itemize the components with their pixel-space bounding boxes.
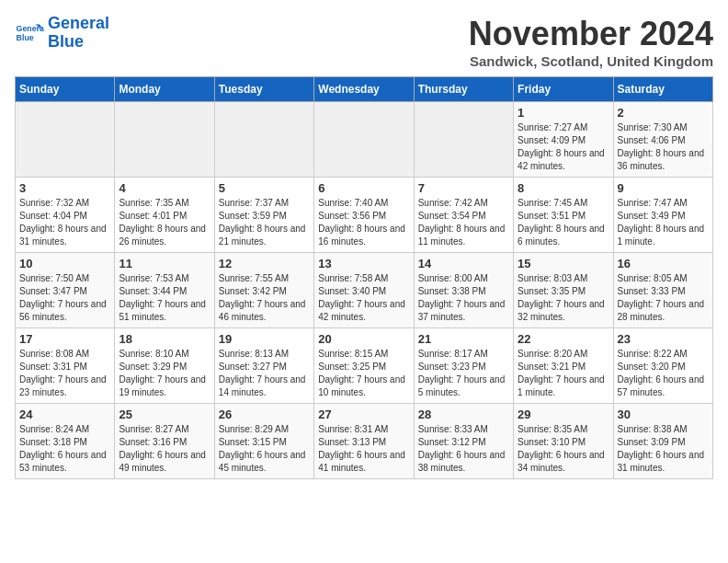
calendar-cell: 26Sunrise: 8:29 AM Sunset: 3:15 PM Dayli… — [214, 404, 313, 479]
day-info: Sunrise: 8:15 AM Sunset: 3:25 PM Dayligh… — [318, 348, 409, 399]
calendar-cell — [414, 102, 513, 178]
day-number: 21 — [418, 332, 509, 346]
day-info: Sunrise: 8:33 AM Sunset: 3:12 PM Dayligh… — [418, 423, 509, 475]
day-info: Sunrise: 7:55 AM Sunset: 3:42 PM Dayligh… — [219, 272, 310, 324]
calendar-cell: 18Sunrise: 8:10 AM Sunset: 3:29 PM Dayli… — [115, 328, 214, 404]
calendar-table: SundayMondayTuesdayWednesdayThursdayFrid… — [15, 76, 713, 479]
day-info: Sunrise: 8:20 AM Sunset: 3:21 PM Dayligh… — [518, 348, 609, 399]
calendar-cell: 16Sunrise: 8:05 AM Sunset: 3:33 PM Dayli… — [613, 253, 712, 328]
day-number: 6 — [318, 181, 409, 195]
col-header-sunday: Sunday — [16, 77, 115, 102]
day-number: 7 — [418, 181, 509, 195]
calendar-cell: 15Sunrise: 8:03 AM Sunset: 3:35 PM Dayli… — [514, 253, 613, 328]
day-info: Sunrise: 7:45 AM Sunset: 3:51 PM Dayligh… — [518, 197, 609, 248]
col-header-wednesday: Wednesday — [314, 77, 414, 102]
col-header-friday: Friday — [514, 77, 613, 102]
calendar-cell: 21Sunrise: 8:17 AM Sunset: 3:23 PM Dayli… — [414, 328, 513, 404]
calendar-cell: 24Sunrise: 8:24 AM Sunset: 3:18 PM Dayli… — [16, 404, 115, 479]
day-info: Sunrise: 7:42 AM Sunset: 3:54 PM Dayligh… — [418, 197, 509, 248]
calendar-cell: 28Sunrise: 8:33 AM Sunset: 3:12 PM Dayli… — [414, 404, 513, 479]
calendar-cell: 10Sunrise: 7:50 AM Sunset: 3:47 PM Dayli… — [16, 253, 115, 328]
day-info: Sunrise: 8:31 AM Sunset: 3:13 PM Dayligh… — [318, 423, 409, 475]
day-info: Sunrise: 7:47 AM Sunset: 3:49 PM Dayligh… — [618, 197, 709, 248]
day-info: Sunrise: 8:05 AM Sunset: 3:33 PM Dayligh… — [618, 272, 709, 324]
calendar-cell: 20Sunrise: 8:15 AM Sunset: 3:25 PM Dayli… — [314, 328, 414, 404]
svg-text:Blue: Blue — [17, 33, 34, 42]
day-number: 24 — [19, 408, 110, 421]
day-info: Sunrise: 8:08 AM Sunset: 3:31 PM Dayligh… — [19, 348, 110, 399]
calendar-cell — [214, 102, 313, 178]
calendar-cell: 25Sunrise: 8:27 AM Sunset: 3:16 PM Dayli… — [115, 404, 214, 479]
day-info: Sunrise: 8:13 AM Sunset: 3:27 PM Dayligh… — [219, 348, 310, 399]
day-number: 30 — [618, 408, 709, 421]
day-info: Sunrise: 7:32 AM Sunset: 4:04 PM Dayligh… — [19, 197, 110, 248]
page-header: General Blue General Blue November 2024 … — [15, 15, 713, 69]
col-header-saturday: Saturday — [613, 77, 712, 102]
day-info: Sunrise: 7:27 AM Sunset: 4:09 PM Dayligh… — [518, 121, 609, 173]
col-header-tuesday: Tuesday — [214, 77, 313, 102]
calendar-cell: 8Sunrise: 7:45 AM Sunset: 3:51 PM Daylig… — [514, 178, 613, 253]
calendar-cell: 4Sunrise: 7:35 AM Sunset: 4:01 PM Daylig… — [115, 178, 214, 253]
day-info: Sunrise: 8:00 AM Sunset: 3:38 PM Dayligh… — [418, 272, 509, 324]
title-area: November 2024 Sandwick, Scotland, United… — [469, 15, 713, 69]
calendar-week-row: 17Sunrise: 8:08 AM Sunset: 3:31 PM Dayli… — [16, 328, 713, 404]
calendar-cell: 19Sunrise: 8:13 AM Sunset: 3:27 PM Dayli… — [214, 328, 313, 404]
day-number: 1 — [518, 106, 609, 120]
day-number: 13 — [318, 257, 409, 270]
calendar-cell: 22Sunrise: 8:20 AM Sunset: 3:21 PM Dayli… — [514, 328, 613, 404]
calendar-header-row: SundayMondayTuesdayWednesdayThursdayFrid… — [16, 77, 713, 102]
col-header-thursday: Thursday — [414, 77, 513, 102]
day-number: 4 — [119, 181, 210, 195]
calendar-cell: 23Sunrise: 8:22 AM Sunset: 3:20 PM Dayli… — [613, 328, 712, 404]
day-info: Sunrise: 7:58 AM Sunset: 3:40 PM Dayligh… — [318, 272, 409, 324]
day-number: 3 — [19, 181, 110, 195]
col-header-monday: Monday — [115, 77, 214, 102]
calendar-cell: 12Sunrise: 7:55 AM Sunset: 3:42 PM Dayli… — [214, 253, 313, 328]
day-number: 22 — [518, 332, 609, 346]
logo: General Blue General Blue — [15, 15, 109, 52]
day-number: 20 — [318, 332, 409, 346]
day-info: Sunrise: 8:38 AM Sunset: 3:09 PM Dayligh… — [618, 423, 709, 475]
day-number: 19 — [219, 332, 310, 346]
day-info: Sunrise: 7:35 AM Sunset: 4:01 PM Dayligh… — [119, 197, 210, 248]
calendar-cell: 13Sunrise: 7:58 AM Sunset: 3:40 PM Dayli… — [314, 253, 414, 328]
day-info: Sunrise: 7:53 AM Sunset: 3:44 PM Dayligh… — [119, 272, 210, 324]
calendar-week-row: 1Sunrise: 7:27 AM Sunset: 4:09 PM Daylig… — [16, 102, 713, 178]
calendar-cell: 17Sunrise: 8:08 AM Sunset: 3:31 PM Dayli… — [16, 328, 115, 404]
day-info: Sunrise: 7:50 AM Sunset: 3:47 PM Dayligh… — [19, 272, 110, 324]
day-number: 5 — [219, 181, 310, 195]
calendar-cell — [115, 102, 214, 178]
calendar-cell: 27Sunrise: 8:31 AM Sunset: 3:13 PM Dayli… — [314, 404, 414, 479]
day-number: 12 — [219, 257, 310, 270]
day-info: Sunrise: 8:03 AM Sunset: 3:35 PM Dayligh… — [518, 272, 609, 324]
day-number: 28 — [418, 408, 509, 421]
calendar-cell: 29Sunrise: 8:35 AM Sunset: 3:10 PM Dayli… — [514, 404, 613, 479]
day-info: Sunrise: 7:30 AM Sunset: 4:06 PM Dayligh… — [618, 121, 709, 173]
calendar-cell: 5Sunrise: 7:37 AM Sunset: 3:59 PM Daylig… — [214, 178, 313, 253]
day-number: 15 — [518, 257, 609, 270]
location-subtitle: Sandwick, Scotland, United Kingdom — [469, 53, 713, 69]
day-info: Sunrise: 8:17 AM Sunset: 3:23 PM Dayligh… — [418, 348, 509, 399]
day-number: 18 — [119, 332, 210, 346]
day-number: 26 — [219, 408, 310, 421]
calendar-cell: 30Sunrise: 8:38 AM Sunset: 3:09 PM Dayli… — [613, 404, 712, 479]
calendar-week-row: 24Sunrise: 8:24 AM Sunset: 3:18 PM Dayli… — [16, 404, 713, 479]
day-info: Sunrise: 8:24 AM Sunset: 3:18 PM Dayligh… — [19, 423, 110, 475]
calendar-cell: 3Sunrise: 7:32 AM Sunset: 4:04 PM Daylig… — [16, 178, 115, 253]
calendar-cell: 6Sunrise: 7:40 AM Sunset: 3:56 PM Daylig… — [314, 178, 414, 253]
day-number: 11 — [119, 257, 210, 270]
day-number: 17 — [19, 332, 110, 346]
day-info: Sunrise: 8:10 AM Sunset: 3:29 PM Dayligh… — [119, 348, 210, 399]
calendar-cell — [16, 102, 115, 178]
day-number: 16 — [618, 257, 709, 270]
calendar-week-row: 3Sunrise: 7:32 AM Sunset: 4:04 PM Daylig… — [16, 178, 713, 253]
day-number: 9 — [618, 181, 709, 195]
logo-text: General Blue — [48, 15, 109, 52]
day-info: Sunrise: 8:27 AM Sunset: 3:16 PM Dayligh… — [119, 423, 210, 475]
calendar-cell: 9Sunrise: 7:47 AM Sunset: 3:49 PM Daylig… — [613, 178, 712, 253]
day-number: 10 — [19, 257, 110, 270]
calendar-cell: 14Sunrise: 8:00 AM Sunset: 3:38 PM Dayli… — [414, 253, 513, 328]
day-info: Sunrise: 7:37 AM Sunset: 3:59 PM Dayligh… — [219, 197, 310, 248]
day-number: 29 — [518, 408, 609, 421]
calendar-cell: 7Sunrise: 7:42 AM Sunset: 3:54 PM Daylig… — [414, 178, 513, 253]
